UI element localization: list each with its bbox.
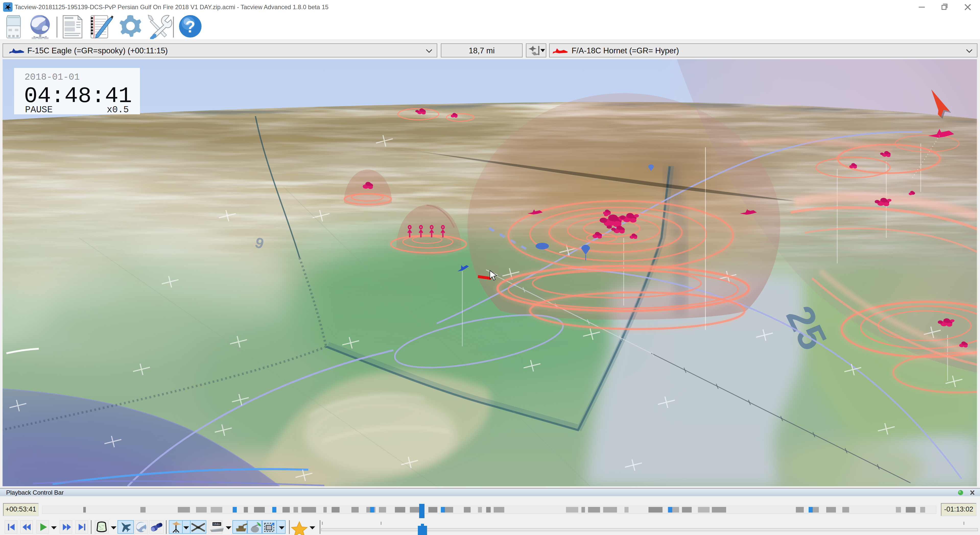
svg-text:18dec: 18dec	[213, 522, 221, 525]
svg-text:?: ?	[185, 17, 195, 36]
